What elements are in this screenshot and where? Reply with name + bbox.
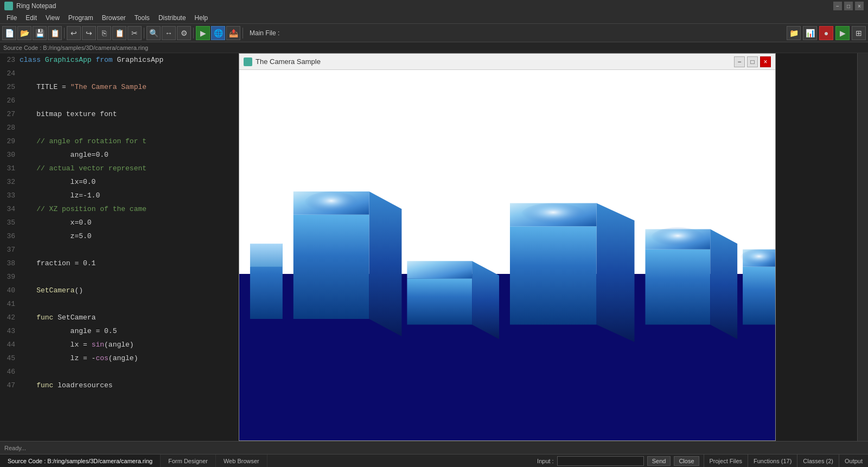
menu-file[interactable]: File (2, 13, 21, 23)
separator1 (64, 28, 65, 39)
output-label: Output (845, 458, 863, 464)
functions-section[interactable]: Functions (17) (748, 455, 797, 467)
cube4-front (510, 226, 597, 324)
close-button[interactable]: × (855, 2, 864, 10)
replace-button[interactable]: ↔ (162, 26, 176, 40)
close-input-button[interactable]: Close (674, 456, 699, 466)
code-line: 43 angle = 0.5 (0, 324, 239, 338)
camera-minimize-button[interactable]: − (734, 56, 745, 67)
tab-form-designer[interactable]: Form Designer (161, 455, 216, 467)
run-button[interactable]: ▶ (196, 26, 210, 40)
code-line: 46 (0, 365, 239, 379)
cube2-right (369, 191, 402, 336)
menu-bar: File Edit View Program Browser Tools Dis… (0, 12, 868, 24)
tab-web-browser[interactable]: Web Browser (216, 455, 267, 467)
classes-label: Classes (2) (803, 458, 833, 464)
camera-window[interactable]: The Camera Sample − □ × (239, 53, 776, 441)
cube1-top (250, 244, 283, 267)
source-path: Source Code : B:/ring/samples/3D/camera/… (0, 42, 868, 53)
code-line: 41 (0, 297, 239, 311)
folder-button[interactable]: 📁 (787, 26, 801, 40)
camera-window-icon (244, 57, 252, 66)
camera-title-bar: The Camera Sample − □ × (239, 54, 775, 70)
bottom-tabs: Source Code : B:/ring/samples/3D/camera/… (0, 455, 267, 467)
input-field[interactable] (557, 456, 644, 466)
tab-form-designer-label: Form Designer (168, 458, 208, 464)
camera-window-controls: − □ × (734, 56, 771, 67)
glare3 (650, 227, 705, 248)
send-button[interactable]: Send (647, 456, 671, 466)
maximize-button[interactable]: □ (844, 2, 853, 10)
functions-label: Functions (17) (754, 458, 792, 464)
format-button[interactable]: ⚙ (177, 26, 191, 40)
source-path-text: Source Code : B:/ring/samples/3D/camera/… (3, 44, 148, 51)
project-files-section[interactable]: Project Files (704, 455, 748, 467)
code-line: 25 TITLE = "The Camera Sample (0, 80, 239, 94)
camera-maximize-button[interactable]: □ (747, 56, 758, 67)
camera-canvas (239, 70, 775, 440)
copy-button[interactable]: ⎘ (97, 26, 111, 40)
cube3-top (407, 261, 472, 278)
scene-svg (239, 70, 775, 440)
save-button[interactable]: 💾 (33, 26, 47, 40)
menu-tools[interactable]: Tools (130, 13, 154, 23)
menu-distribute[interactable]: Distribute (154, 13, 190, 23)
tab-source-code[interactable]: Source Code : B:/ring/samples/3D/camera/… (0, 455, 161, 467)
window-controls: − □ × (833, 2, 864, 10)
output-section[interactable]: Output (839, 455, 868, 467)
title-bar: Ring Notepad − □ × (0, 0, 868, 12)
web-button[interactable]: 🌐 (211, 26, 225, 40)
code-line: 42 func SetCamera (0, 311, 239, 324)
camera-window-title: The Camera Sample (256, 57, 321, 66)
code-line: 44 lx = sin(angle) (0, 338, 239, 351)
cube5-right (710, 229, 737, 339)
paste-button[interactable]: 📋 (112, 26, 126, 40)
separator4 (242, 28, 243, 39)
main-file-label: Main File : (245, 29, 284, 37)
app-icon (4, 2, 13, 10)
dist-button[interactable]: ● (819, 26, 833, 40)
menu-view[interactable]: View (41, 13, 64, 23)
code-line: 47 func loadresources (0, 379, 239, 392)
ready-text: Ready... (4, 445, 26, 451)
cube3-front (407, 278, 472, 324)
minimize-button[interactable]: − (833, 2, 842, 10)
new-button[interactable]: 📄 (2, 26, 16, 40)
run2-button[interactable]: ▶ (835, 26, 850, 40)
classes-section[interactable]: Classes (2) (797, 455, 839, 467)
code-line: 36 z=5.0 (0, 229, 239, 243)
cube5-front (645, 250, 710, 325)
code-line: 45 lz = -cos(angle) (0, 351, 239, 365)
cut-button[interactable]: ✂ (127, 26, 142, 40)
code-line: 31 // actual vector represent (0, 162, 239, 175)
undo-button[interactable]: ↩ (67, 26, 81, 40)
code-line: 35 x=0.0 (0, 216, 239, 229)
extra-button[interactable]: ⊞ (852, 26, 866, 40)
find-button[interactable]: 🔍 (146, 26, 161, 40)
code-line: 28 (0, 121, 239, 135)
menu-program[interactable]: Program (64, 13, 98, 23)
open-button[interactable]: 📂 (17, 26, 31, 40)
proj-button[interactable]: 📊 (803, 26, 817, 40)
tab-web-browser-label: Web Browser (224, 458, 259, 464)
cube6-front (743, 267, 775, 325)
menu-edit[interactable]: Edit (21, 13, 41, 23)
tab-source-code-label: Source Code : B:/ring/samples/3D/camera/… (8, 458, 152, 464)
code-line: 32 lx=0.0 (0, 175, 239, 189)
save-as-button[interactable]: 📋 (48, 26, 62, 40)
separator2 (144, 28, 144, 39)
code-line: 37 (0, 243, 239, 257)
code-line: 34 // XZ position of the came (0, 202, 239, 216)
bottom-panel: Source Code : B:/ring/samples/3D/camera/… (0, 454, 868, 467)
code-editor[interactable]: 23 class GraphicsApp from GraphicsApp 24… (0, 53, 239, 441)
code-line: 29 // angle of rotation for t (0, 135, 239, 148)
output-button[interactable]: 📤 (226, 26, 240, 40)
glare1 (304, 191, 359, 215)
status-bar: Ready... (0, 441, 868, 454)
code-line: 39 (0, 270, 239, 284)
camera-close-button[interactable]: × (760, 56, 771, 67)
menu-help[interactable]: Help (190, 13, 213, 23)
menu-browser[interactable]: Browser (98, 13, 130, 23)
redo-button[interactable]: ↪ (82, 26, 96, 40)
code-line: 24 (0, 67, 239, 80)
